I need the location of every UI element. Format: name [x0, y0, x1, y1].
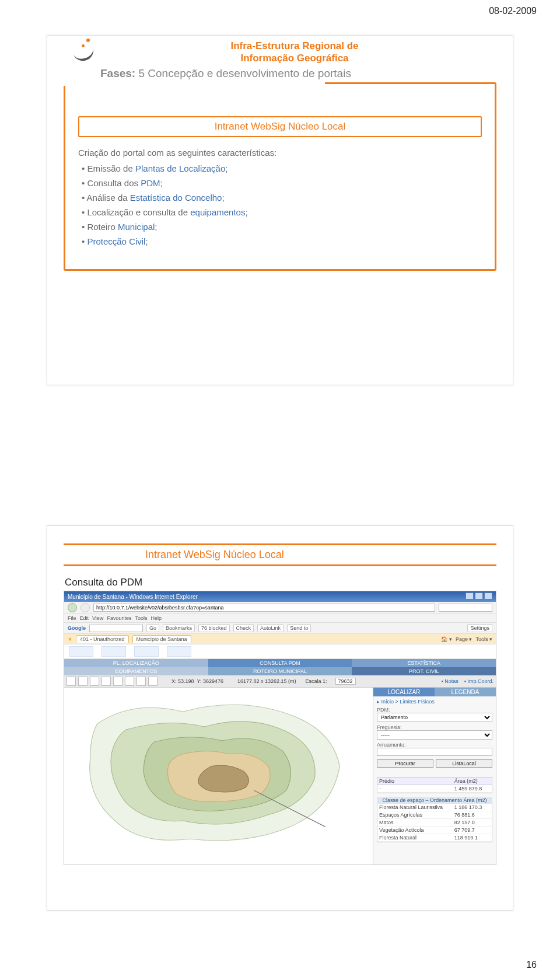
tab-santana[interactable]: Município de Santana: [132, 635, 191, 643]
menu-consulta-pdm[interactable]: CONSULTA PDM: [208, 659, 352, 667]
slide1-frame: Infra-Estrutura Regional de Informação G…: [64, 82, 496, 271]
menu-favourites[interactable]: Favourites: [107, 615, 131, 621]
slide-2: Intranet WebSig Núcleo Local Consulta do…: [47, 525, 513, 911]
map-area: LOCALIZAR LEGENDA ▸ Início > Limites Fís…: [64, 688, 496, 865]
tool-pan[interactable]: [90, 677, 99, 686]
check-button[interactable]: Check: [233, 624, 254, 632]
freguesia-label: Freguesia:: [377, 724, 492, 730]
menu-view[interactable]: View: [92, 615, 103, 621]
go-button[interactable]: Go: [146, 624, 159, 632]
partner-logo-row: [64, 644, 496, 659]
logo-unknown: [102, 646, 126, 657]
side-panel: LOCALIZAR LEGENDA ▸ Início > Limites Fís…: [373, 688, 496, 865]
page-menu-button[interactable]: Page ▾: [456, 636, 473, 642]
address-bar-row: [64, 602, 496, 614]
predio-table: PrédioÁrea (m2) -1 459 879.8: [377, 777, 492, 793]
pdm-select[interactable]: Parlamento: [377, 713, 492, 722]
classe-row-0: Floresta Natural Laurissilva1 186 170.3: [377, 804, 492, 811]
breadcrumb: ▸ Início > Limites Físicos: [377, 699, 492, 705]
tab-row: ★ 401 - Unauthorized Município de Santan…: [64, 634, 496, 644]
map-size: 16177.82 x 13262.15 (m): [237, 678, 296, 684]
notes-link[interactable]: ▪ Notas: [442, 678, 459, 684]
slide1-subtitle-bar: Intranet WebSig Núcleo Local: [78, 116, 482, 137]
menu-estatistica[interactable]: ESTATÍSTICA: [352, 659, 496, 667]
logo-pres: [167, 646, 191, 657]
back-icon[interactable]: [68, 603, 77, 612]
slide2-title: Intranet WebSig Núcleo Local: [64, 545, 496, 564]
classe-row-4: Floresta Natural118 919.1: [377, 834, 492, 842]
bullet-4: Roteiro Municipal;: [82, 222, 482, 232]
menu-roteiro[interactable]: ROTEIRO MUNICIPAL: [208, 667, 352, 675]
slide2-header: Intranet WebSig Núcleo Local: [64, 543, 496, 566]
window-buttons[interactable]: [464, 592, 492, 601]
page-number: 16: [526, 960, 537, 970]
home-icon[interactable]: 🏠 ▾: [441, 636, 452, 642]
classe-row-2: Matos82 157.0: [377, 819, 492, 827]
map-canvas[interactable]: [64, 688, 373, 865]
menu-protcivil[interactable]: PROT. CIVIL: [352, 667, 496, 675]
slide2-subtitle: Consulta do PDM: [65, 577, 496, 588]
menu-help[interactable]: Help: [150, 615, 162, 621]
tool-measure[interactable]: [125, 677, 134, 686]
legenda-header[interactable]: LEGENDA: [435, 688, 496, 696]
localizar-header: LOCALIZAR: [373, 688, 435, 696]
listalocal-button[interactable]: ListaLocal: [436, 759, 492, 768]
classe-table: Floresta Natural Laurissilva1 186 170.3 …: [377, 804, 492, 842]
logo-icon: [72, 37, 99, 64]
tool-zoomin[interactable]: [66, 677, 76, 686]
menu-plloc[interactable]: PL. LOCALIZAÇÃO: [64, 659, 208, 667]
app-menu-band-2: EQUIPAMENTOS ROTEIRO MUNICIPAL PROT. CIV…: [64, 667, 496, 675]
sendto-button[interactable]: Send to: [287, 624, 311, 632]
coord-x: X: 53.198: [172, 678, 194, 684]
slide-1: Infra-Estrutura Regional de Informação G…: [47, 35, 513, 385]
bullet-0: Emissão de Plantas de Localização;: [82, 163, 482, 173]
address-input[interactable]: [93, 604, 435, 612]
logo-eu: [134, 646, 159, 657]
bookmarks-button[interactable]: Bookmarks: [163, 624, 195, 632]
bullet-3: Localização e consulta de equipamentos;: [82, 207, 482, 217]
map-toolbar: X: 53.198 Y: 3629476 16177.82 x 13262.15…: [64, 675, 496, 688]
tool-identify[interactable]: [113, 677, 123, 686]
map-terrain: [76, 693, 361, 851]
search-box[interactable]: [439, 604, 492, 612]
window-titlebar: Município de Santana - Windows Internet …: [64, 591, 496, 602]
bullet-1: Consulta dos PDM;: [82, 178, 482, 188]
menu-edit[interactable]: Edit: [80, 615, 89, 621]
slide1-title-line1: Infra-Estrutura Regional de: [230, 40, 358, 51]
imprimir-coord-link[interactable]: ▪ Imp.Coord.: [464, 678, 494, 684]
menu-file[interactable]: File: [68, 615, 76, 621]
freguesia-select[interactable]: -----: [377, 730, 492, 740]
tools-menu-button[interactable]: Tools ▾: [475, 636, 492, 642]
menu-tools[interactable]: Tools: [135, 615, 147, 621]
procurar-button[interactable]: Procurar: [377, 759, 433, 768]
slide1-title-block: Infra-Estrutura Regional de Informação G…: [100, 40, 489, 80]
slide1-phase-text: 5 Concepção e desenvolvimento de portais: [135, 67, 351, 79]
tab-401[interactable]: 401 - Unauthorized: [76, 635, 129, 643]
slide1-subtitle: Intranet WebSig Núcleo Local: [79, 117, 481, 136]
predio-th-0: Prédio: [377, 778, 453, 785]
bullet-5: Protecção Civil;: [82, 236, 482, 246]
autolink-button[interactable]: AutoLink: [257, 624, 284, 632]
tool-zoomout[interactable]: [78, 677, 88, 686]
menu-equip[interactable]: EQUIPAMENTOS: [64, 667, 208, 675]
browser-menu-row: File Edit View Favourites Tools Help: [64, 614, 496, 623]
tool-clear[interactable]: [148, 677, 158, 686]
popup-blocked[interactable]: 76 blocked: [198, 624, 230, 632]
slide1-content: Criação do portal com as seguintes carac…: [78, 148, 482, 246]
forward-icon[interactable]: [80, 603, 90, 612]
slide1-lead: Criação do portal com as seguintes carac…: [78, 148, 482, 158]
scale-input[interactable]: 79632: [335, 678, 356, 685]
logo-sres: [69, 646, 93, 657]
classe-row-1: Espaços Agrícolas76 881.6: [377, 811, 492, 819]
browser-screenshot: Município de Santana - Windows Internet …: [64, 591, 496, 865]
predio-th-1: Área (m2): [453, 778, 492, 785]
arruamento-input[interactable]: [377, 748, 492, 756]
app-menu-band: PL. LOCALIZAÇÃO CONSULTA PDM ESTATÍSTICA: [64, 659, 496, 667]
google-toolbar: Google Go Bookmarks 76 blocked Check Aut…: [64, 623, 496, 634]
tool-extent[interactable]: [102, 677, 111, 686]
tool-draw[interactable]: [136, 677, 146, 686]
settings-button[interactable]: Settings: [467, 624, 492, 632]
google-search-input[interactable]: [89, 625, 143, 632]
favorites-icon[interactable]: ★: [68, 636, 72, 642]
arruamento-label: Arruamento:: [377, 742, 492, 748]
